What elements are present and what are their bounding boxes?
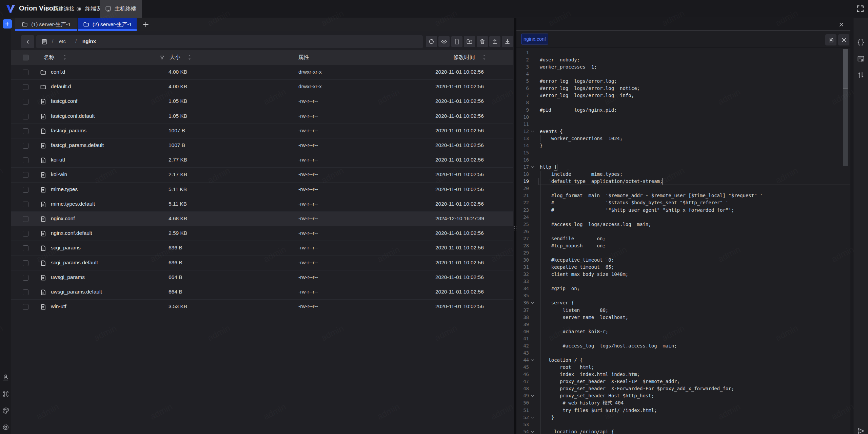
code-line: # web history 模式 404 (540, 399, 624, 407)
delete-button[interactable] (477, 36, 488, 47)
row-checkbox[interactable] (23, 289, 28, 295)
row-checkbox[interactable] (23, 187, 28, 193)
table-row-conf.d[interactable]: conf.d4.00 KBdrwxr-xr-x2020-11-01 10:02:… (11, 65, 513, 80)
row-checkbox[interactable] (23, 143, 28, 149)
code-line: location / { (540, 357, 583, 364)
download-button[interactable] (502, 36, 513, 47)
row-checkbox[interactable] (23, 304, 28, 310)
add-tab-icon[interactable] (142, 21, 150, 28)
file-size: 664 B (169, 289, 182, 295)
table-row-koi-win[interactable]: koi-win2.17 KB-rw-r--r--2020-11-01 10:02… (11, 168, 513, 182)
file-name: win-utf (51, 303, 66, 309)
column-header-name[interactable]: 名称 (44, 54, 55, 61)
table-row-uwsgi_params[interactable]: uwsgi_params664 B-rw-r--r--2020-11-01 10… (11, 270, 513, 285)
new-folder-button[interactable] (464, 36, 475, 47)
filter-funnel-icon[interactable] (159, 55, 165, 60)
table-row-fastcgi_params[interactable]: fastcgi_params1007 B-rw-r--r--2020-11-01… (11, 124, 513, 138)
fullscreen-icon[interactable] (856, 4, 865, 13)
file-icon (40, 216, 46, 222)
braces-icon[interactable] (857, 38, 865, 46)
fold-chevron-down-icon[interactable] (530, 415, 535, 420)
table-row-uwsgi_params.default[interactable]: uwsgi_params.default664 B-rw-r--r--2020-… (11, 285, 513, 300)
sort-icon[interactable] (187, 54, 192, 60)
code-line: worker_processes 1; (540, 63, 597, 71)
file-attr: -rw-r--r-- (298, 113, 318, 119)
select-all-checkbox[interactable] (23, 55, 28, 60)
code-line: server { (540, 299, 574, 306)
row-checkbox[interactable] (23, 70, 28, 75)
table-row-win-utf[interactable]: win-utf3.53 KB-rw-r--r--2020-11-01 10:02… (11, 300, 513, 314)
palette-icon[interactable] (2, 407, 10, 415)
code-line: proxy_set_header X-Real-IP $remote_addr; (540, 378, 680, 385)
new-file-button[interactable] (451, 36, 462, 47)
editor-scrollbar[interactable] (843, 49, 848, 88)
fold-chevron-down-icon[interactable] (530, 393, 535, 398)
line-number: 12 (516, 128, 529, 135)
folder-icon (40, 69, 46, 76)
table-row-default.d[interactable]: default.d4.00 KBdrwxr-xr-x2020-11-01 10:… (11, 80, 513, 94)
back-button[interactable] (21, 35, 34, 48)
preview-button[interactable] (438, 36, 450, 47)
row-checkbox[interactable] (23, 84, 28, 90)
breadcrumb-segment-nginx[interactable]: nginx (82, 38, 96, 44)
table-row-nginx.conf.default[interactable]: nginx.conf.default2.59 KB-rw-r--r--2020-… (11, 226, 513, 241)
new-tab-primary-button[interactable] (3, 19, 12, 29)
menu-host-terminal[interactable]: 主机终端 (100, 0, 142, 18)
table-row-mime.types[interactable]: mime.types5.11 KB-rw-r--r--2020-11-01 10… (11, 183, 513, 197)
editor-file-tab[interactable]: nginx.conf (521, 34, 548, 44)
breadcrumb-segment-etc[interactable]: etc (59, 38, 66, 44)
line-number: 8 (516, 99, 529, 106)
sort-icon[interactable] (482, 54, 487, 60)
sort-icon[interactable] (62, 54, 67, 60)
server-root-icon[interactable] (41, 38, 48, 45)
file-mtime: 2020-11-01 10:02:56 (435, 98, 484, 104)
send-icon[interactable] (857, 427, 865, 434)
close-editor-button[interactable] (838, 34, 849, 45)
save-button[interactable] (825, 34, 836, 45)
row-checkbox[interactable] (23, 202, 28, 207)
row-checkbox[interactable] (23, 172, 28, 178)
file-size: 4.00 KB (169, 83, 187, 90)
row-checkbox[interactable] (23, 216, 28, 222)
column-header-mtime[interactable]: 修改时间 (453, 54, 475, 61)
editor-scrollbar[interactable] (843, 89, 848, 166)
file-mtime: 2020-11-01 10:02:56 (435, 245, 484, 251)
code-editor[interactable]: 12#user nobody;3worker_processes 1;45#er… (516, 48, 850, 434)
document-bookmark-icon[interactable] (857, 55, 865, 63)
row-checkbox[interactable] (23, 231, 28, 237)
fold-chevron-down-icon[interactable] (530, 129, 535, 134)
command-icon[interactable] (2, 390, 10, 398)
fold-chevron-down-icon[interactable] (530, 358, 535, 363)
plus-icon (43, 6, 50, 12)
table-row-fastcgi.conf[interactable]: fastcgi.conf1.05 KB-rw-r--r--2020-11-01 … (11, 94, 513, 109)
row-checkbox[interactable] (23, 114, 28, 119)
row-checkbox[interactable] (23, 128, 28, 134)
upload-button[interactable] (489, 36, 500, 47)
file-mtime: 2020-11-01 10:02:56 (435, 260, 484, 266)
row-checkbox[interactable] (23, 99, 28, 105)
fold-chevron-down-icon[interactable] (530, 300, 535, 305)
refresh-button[interactable] (426, 36, 437, 47)
sort-order-icon[interactable] (857, 71, 865, 79)
row-checkbox[interactable] (23, 260, 28, 266)
table-row-nginx.conf[interactable]: nginx.conf4.68 KB-rw-r--r--2024-12-10 16… (11, 212, 513, 226)
row-checkbox[interactable] (23, 245, 28, 251)
close-panel-button[interactable] (836, 19, 846, 30)
table-row-scgi_params[interactable]: scgi_params636 B-rw-r--r--2020-11-01 10:… (11, 241, 513, 256)
table-row-scgi_params.default[interactable]: scgi_params.default636 B-rw-r--r--2020-1… (11, 256, 513, 270)
file-name: fastcgi_params (51, 128, 86, 134)
row-checkbox[interactable] (23, 157, 28, 163)
user-icon[interactable] (2, 373, 10, 381)
table-row-mime.types.default[interactable]: mime.types.default5.11 KB-rw-r--r--2020-… (11, 197, 513, 212)
file-attr: -rw-r--r-- (298, 142, 318, 148)
table-row-koi-utf[interactable]: koi-utf2.77 KB-rw-r--r--2020-11-01 10:02… (11, 153, 513, 168)
settings-gear-icon[interactable] (2, 423, 10, 431)
table-row-fastcgi_params.default[interactable]: fastcgi_params.default1007 B-rw-r--r--20… (11, 138, 513, 153)
code-line: sendfile on; (540, 235, 606, 242)
row-checkbox[interactable] (23, 275, 28, 281)
table-row-fastcgi.conf.default[interactable]: fastcgi.conf.default1.05 KB-rw-r--r--202… (11, 109, 513, 124)
save-icon (828, 37, 834, 43)
column-header-size[interactable]: 大小 (170, 54, 180, 61)
fold-chevron-down-icon[interactable] (530, 429, 535, 434)
fold-chevron-down-icon[interactable] (530, 165, 535, 170)
